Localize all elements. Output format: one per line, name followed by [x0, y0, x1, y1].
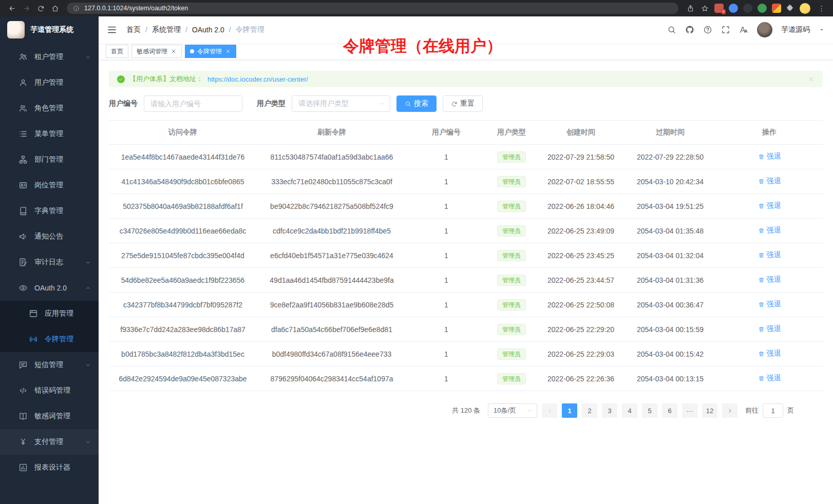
- force-logout-button[interactable]: 强退: [758, 275, 781, 284]
- search-icon[interactable]: [667, 25, 676, 34]
- page-button-12[interactable]: 12: [702, 403, 717, 418]
- app-logo[interactable]: 芋道管理系统: [0, 16, 99, 43]
- force-logout-button[interactable]: 强退: [758, 324, 781, 334]
- extension-icon[interactable]: [772, 4, 781, 13]
- github-icon[interactable]: [685, 25, 694, 34]
- user-type-select[interactable]: 请选择用户类型: [292, 95, 390, 112]
- sidebar-item-notice[interactable]: 通知公告: [0, 224, 99, 249]
- sidebar-item-oauth2[interactable]: OAuth 2.0: [0, 275, 99, 301]
- user-avatar[interactable]: [757, 22, 772, 37]
- tab-sensitive-word[interactable]: 敏感词管理: [131, 45, 182, 58]
- trash-icon: [758, 203, 765, 209]
- page-button-5[interactable]: 5: [642, 403, 657, 418]
- tab-home[interactable]: 首页: [106, 45, 128, 58]
- address-bar[interactable]: 127.0.0.1:1024/system/oauth2/token: [67, 3, 678, 14]
- force-logout-button[interactable]: 强退: [758, 349, 781, 358]
- breadcrumb-item[interactable]: 系统管理: [152, 25, 181, 34]
- more-pages-button[interactable]: ···: [682, 403, 697, 418]
- share-icon[interactable]: [684, 2, 697, 15]
- url-text: 127.0.0.1:1024/system/oauth2/token: [84, 5, 188, 12]
- page-button-2[interactable]: 2: [582, 403, 597, 418]
- table-row: c347026e805e4d99b0d116eae66eda8ccdfc4ce9…: [109, 219, 823, 243]
- search-button[interactable]: 搜索: [396, 95, 437, 112]
- username[interactable]: 芋道源码: [781, 25, 810, 34]
- sidebar-item-label: 用户管理: [34, 78, 63, 87]
- extension-icon[interactable]: [729, 4, 738, 13]
- fullscreen-icon[interactable]: [721, 25, 730, 34]
- force-logout-button[interactable]: 强退: [758, 250, 781, 260]
- reload-icon[interactable]: [34, 2, 47, 15]
- prev-page-button[interactable]: [542, 403, 557, 418]
- goto-label: 前往: [745, 406, 759, 415]
- cell-user-id: 1: [407, 219, 486, 243]
- cell-expire-time: 2022-07-29 22:28:50: [624, 145, 716, 169]
- browser-profile-avatar[interactable]: [800, 3, 810, 14]
- sidebar-item-dict[interactable]: 字典管理: [0, 198, 99, 224]
- page-button-3[interactable]: 3: [602, 403, 617, 418]
- pagination-total: 共 120 条: [452, 406, 480, 415]
- page-button-6[interactable]: 6: [662, 403, 677, 418]
- extensions-puzzle-icon[interactable]: [784, 3, 796, 14]
- breadcrumb-item[interactable]: OAuth 2.0: [192, 26, 224, 34]
- extension-icon[interactable]: [758, 4, 767, 13]
- chevron-down-icon: [378, 101, 385, 107]
- bookmark-star-icon[interactable]: [698, 2, 711, 15]
- sidebar-toggle-icon[interactable]: [107, 25, 117, 35]
- force-logout-button[interactable]: 强退: [758, 201, 781, 210]
- site-info-icon[interactable]: [73, 5, 80, 12]
- force-logout-button[interactable]: 强退: [758, 177, 781, 186]
- user-id-input[interactable]: [144, 95, 242, 112]
- force-logout-button[interactable]: 强退: [758, 152, 781, 161]
- sidebar-item-sensitive-word[interactable]: 敏感词管理: [0, 403, 99, 429]
- trash-icon: [758, 277, 765, 283]
- reset-button[interactable]: 重置: [443, 95, 483, 112]
- sidebar-item-post[interactable]: 岗位管理: [0, 172, 99, 198]
- dept-icon: [18, 155, 28, 164]
- sidebar-item-user[interactable]: 用户管理: [0, 70, 99, 95]
- cell-create-time: 2022-06-25 23:49:09: [537, 219, 624, 243]
- sidebar-item-dept[interactable]: 部门管理: [0, 147, 99, 172]
- sidebar-item-oauth2-token[interactable]: 令牌管理: [0, 326, 99, 352]
- font-size-icon[interactable]: [739, 25, 748, 34]
- sidebar-item-tenant[interactable]: 租户管理: [0, 44, 99, 70]
- extension-icon[interactable]: 0: [714, 4, 724, 13]
- reset-button-label: 重置: [460, 99, 475, 108]
- cell-user-type: 管理员: [486, 243, 537, 268]
- page-button-4[interactable]: 4: [622, 403, 637, 418]
- sidebar-item-oauth2-app[interactable]: 应用管理: [0, 301, 99, 326]
- sidebar-item-error-code[interactable]: 错误码管理: [0, 378, 99, 403]
- cell-expire-time: 2054-03-04 00:15:42: [624, 342, 716, 366]
- sidebar-item-menu[interactable]: 菜单管理: [0, 121, 99, 147]
- user-id-label: 用户编号: [109, 99, 138, 108]
- banner-doc-link[interactable]: https://doc.iocoder.cn/user-center/: [207, 75, 308, 83]
- help-icon[interactable]: [703, 25, 712, 34]
- tab-token[interactable]: 令牌管理: [185, 45, 236, 58]
- cell-access-token: c342377bf8b344799dcbf7bf095287f2: [109, 293, 257, 317]
- page-button-1[interactable]: 1: [562, 403, 577, 418]
- forward-icon[interactable]: [20, 2, 33, 15]
- home-icon[interactable]: [48, 2, 62, 15]
- browser-menu-icon[interactable]: [815, 2, 828, 15]
- page-size-select[interactable]: 10条/页: [488, 403, 537, 418]
- cell-create-time: 2022-07-29 21:58:50: [537, 145, 624, 169]
- sidebar-item-role[interactable]: 角色管理: [0, 95, 99, 121]
- force-logout-label: 强退: [767, 275, 781, 284]
- goto-page-input[interactable]: [763, 403, 783, 418]
- next-page-button[interactable]: [722, 403, 737, 418]
- sidebar-item-audit-log[interactable]: 审计日志: [0, 249, 99, 275]
- column-header: 刷新令牌: [257, 121, 407, 145]
- sidebar-item-pay[interactable]: 支付管理: [0, 429, 99, 455]
- sidebar-item-sms[interactable]: 短信管理: [0, 352, 99, 378]
- user-type-badge: 管理员: [497, 225, 526, 237]
- force-logout-button[interactable]: 强退: [758, 374, 781, 383]
- banner-close-icon[interactable]: [808, 76, 815, 83]
- force-logout-button[interactable]: 强退: [758, 226, 781, 235]
- breadcrumb-item: 令牌管理: [236, 25, 264, 34]
- force-logout-button[interactable]: 强退: [758, 300, 781, 309]
- sidebar-item-report-designer[interactable]: 报表设计器: [0, 455, 99, 480]
- user-menu-caret-icon[interactable]: [819, 27, 825, 33]
- cell-user-id: 1: [407, 145, 486, 169]
- extension-icon[interactable]: [743, 4, 752, 13]
- back-icon[interactable]: [5, 2, 18, 15]
- breadcrumb-item[interactable]: 首页: [126, 25, 141, 34]
